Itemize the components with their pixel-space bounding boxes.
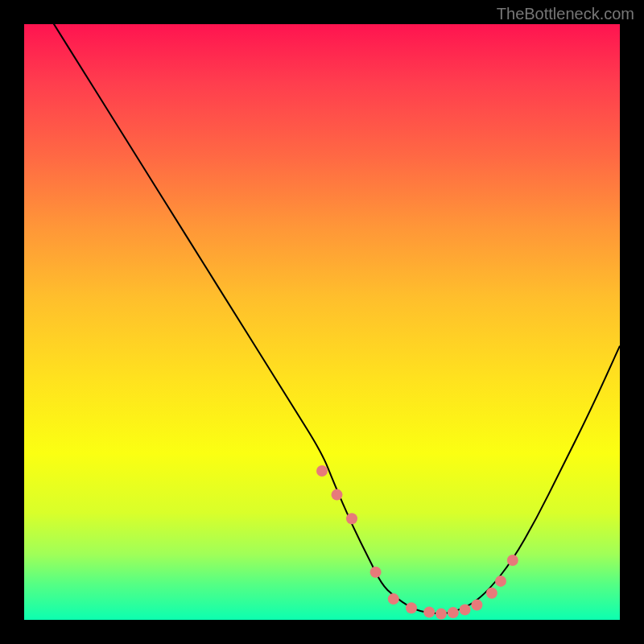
chart-svg xyxy=(24,24,620,620)
scatter-dot xyxy=(406,602,417,613)
scatter-dot xyxy=(460,604,471,615)
scatter-dot xyxy=(448,607,459,618)
dot-group xyxy=(316,465,518,620)
scatter-dot xyxy=(370,567,382,578)
scatter-dot xyxy=(388,593,399,605)
scatter-dot xyxy=(495,576,506,587)
scatter-dot xyxy=(507,555,518,566)
scatter-dot xyxy=(436,609,447,620)
watermark-text: TheBottleneck.com xyxy=(497,5,634,23)
scatter-dot xyxy=(346,513,357,524)
scatter-dot xyxy=(316,465,328,477)
bottleneck-curve xyxy=(24,0,620,613)
plot-area xyxy=(24,24,620,620)
scatter-dot xyxy=(423,606,435,617)
scatter-dot xyxy=(486,588,497,599)
scatter-dot xyxy=(471,600,482,611)
chart-stage: TheBottleneck.com xyxy=(0,0,644,644)
scatter-dot xyxy=(332,489,343,501)
